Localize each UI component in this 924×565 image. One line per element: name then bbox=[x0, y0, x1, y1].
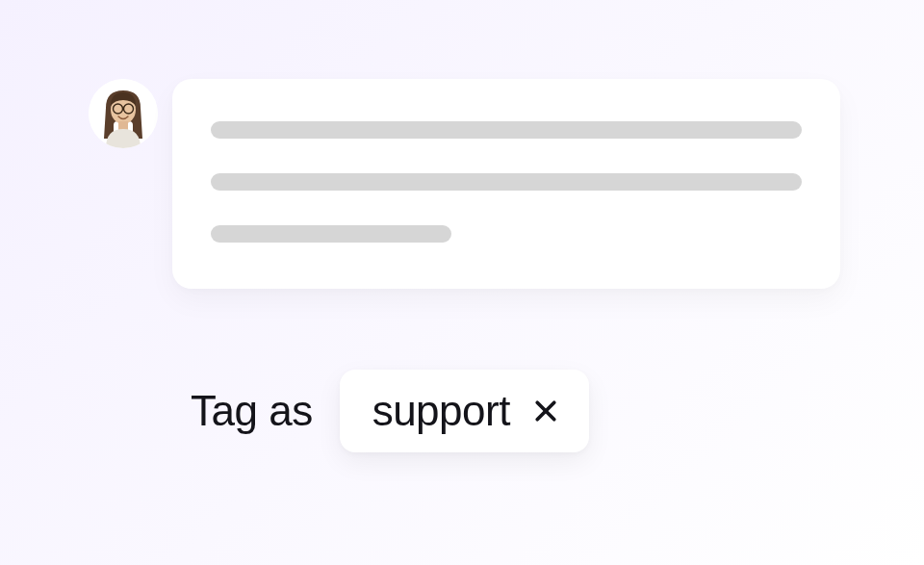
message-card bbox=[172, 79, 840, 289]
tag-chip[interactable]: support bbox=[340, 370, 589, 452]
close-icon[interactable] bbox=[531, 397, 560, 425]
placeholder-line bbox=[211, 121, 802, 139]
avatar bbox=[89, 79, 158, 148]
placeholder-line bbox=[211, 173, 802, 191]
tag-row: Tag as support bbox=[191, 370, 589, 452]
placeholder-line bbox=[211, 225, 451, 243]
tag-as-label: Tag as bbox=[191, 387, 313, 435]
tag-chip-text: support bbox=[372, 387, 510, 435]
avatar-image bbox=[89, 79, 158, 148]
